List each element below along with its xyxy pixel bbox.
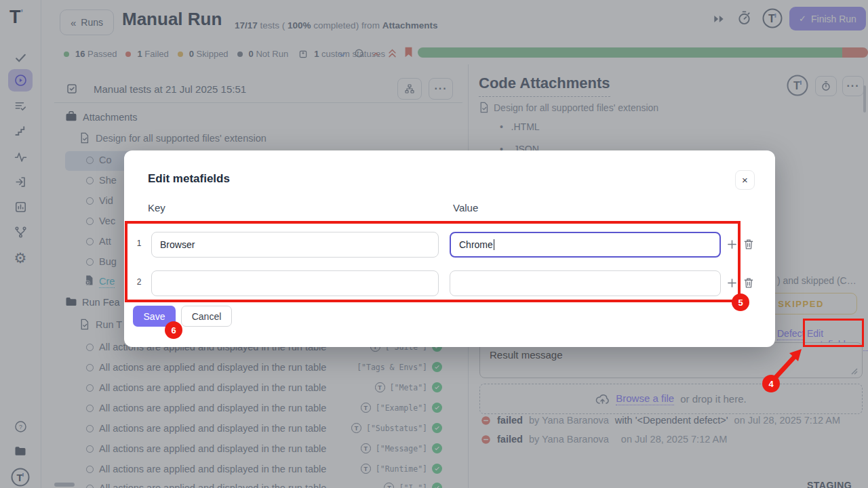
close-icon[interactable]: × bbox=[735, 170, 755, 190]
annotation-box-metafield-rows bbox=[125, 221, 741, 302]
annotation-badge-4: 4 bbox=[762, 375, 780, 392]
modal-title: Edit metafields bbox=[148, 172, 230, 186]
annotation-badge-5: 5 bbox=[732, 293, 749, 311]
trash-icon[interactable] bbox=[743, 239, 754, 253]
value-column-header: Value bbox=[453, 202, 478, 214]
cancel-button[interactable]: Cancel bbox=[181, 306, 232, 327]
trash-icon[interactable] bbox=[743, 277, 754, 291]
app-root: T' ⚙ ? T « Runs Manual Run 17/17 tests (… bbox=[0, 0, 868, 488]
annotation-box-edit-metafields bbox=[803, 319, 864, 347]
annotation-badge-6: 6 bbox=[165, 321, 182, 339]
key-column-header: Key bbox=[148, 202, 165, 214]
